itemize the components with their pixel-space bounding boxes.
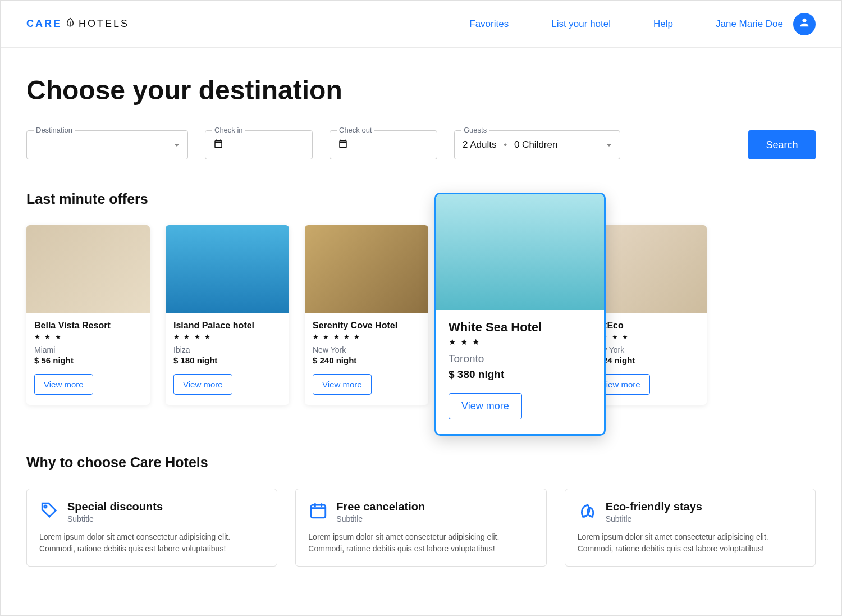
hotel-price: $ 324 night: [591, 355, 699, 365]
hotel-city: Ibiza: [173, 345, 281, 354]
star-rating: ★ ★ ★ ★: [173, 333, 281, 341]
why-card-subtitle: Subtitle: [606, 514, 702, 523]
guests-value: 2 Adults • 0 Children: [463, 139, 557, 150]
offer-card-featured[interactable]: White Sea Hotel ★ ★ ★ Toronto $ 380 nigh…: [434, 193, 606, 436]
hotel-name: LuxEco: [591, 321, 699, 331]
hotel-price: $ 380 night: [449, 368, 592, 381]
destination-label: Destination: [34, 126, 75, 134]
offers-title: Last minute offers: [26, 191, 816, 207]
hotel-name: White Sea Hotel: [449, 320, 592, 335]
star-rating: ★ ★ ★: [449, 337, 592, 347]
hotel-image: [436, 194, 604, 310]
header: CARE HOTELS Favorites List your hotel He…: [1, 1, 841, 48]
hotel-name: Island Palace hotel: [173, 321, 281, 331]
leaf-icon: [578, 500, 598, 521]
nav-help[interactable]: Help: [653, 19, 673, 30]
hotel-name: Serenity Cove Hotel: [313, 321, 420, 331]
offer-card[interactable]: Serenity Cove Hotel ★ ★ ★ ★ ★ New York $…: [305, 225, 428, 405]
checkout-field[interactable]: Check out: [330, 130, 437, 159]
hotel-price: $ 180 night: [173, 355, 281, 365]
why-card-discounts: Special discounts Subtitle Lorem ipsum d…: [26, 489, 277, 567]
hotel-image: [26, 225, 150, 313]
nav-list-hotel[interactable]: List your hotel: [551, 19, 611, 30]
why-card-cancelation: Free cancelation Subtitle Lorem ipsum do…: [295, 489, 546, 567]
guests-select[interactable]: Guests 2 Adults • 0 Children: [454, 130, 620, 159]
hotel-city: New York: [313, 345, 420, 354]
hotel-city: Toronto: [449, 353, 592, 365]
logo-hotels: HOTELS: [79, 18, 129, 30]
search-button[interactable]: Search: [748, 130, 816, 159]
destination-select[interactable]: Destination: [26, 130, 188, 159]
hotel-name: Bella Vista Resort: [34, 321, 142, 331]
why-card-title: Eco-friendly stays: [606, 500, 702, 513]
offers-row: Bella Vista Resort ★ ★ ★ Miami $ 56 nigh…: [26, 225, 816, 405]
user-name[interactable]: Jane Marie Doe: [716, 19, 783, 30]
calendar-icon: [338, 139, 348, 151]
search-form: Destination Check in Check out Guests 2 …: [26, 130, 816, 159]
chevron-down-icon: [606, 144, 612, 147]
user-block: Jane Marie Doe: [716, 13, 816, 35]
checkin-label: Check in: [212, 126, 245, 134]
why-title: Why to choose Care Hotels: [26, 454, 816, 471]
nav: Favorites List your hotel Help Jane Mari…: [469, 13, 816, 35]
why-card-subtitle: Subtitle: [67, 514, 163, 523]
person-icon: [798, 16, 811, 31]
why-card-title: Free cancelation: [336, 500, 425, 513]
logo[interactable]: CARE HOTELS: [26, 17, 129, 30]
tag-icon: [39, 500, 60, 521]
why-card-text: Lorem ipsum dolor sit amet consectetur a…: [578, 531, 803, 555]
main: Choose your destination Destination Chec…: [1, 48, 841, 589]
why-card-title: Special discounts: [67, 500, 163, 513]
offer-card[interactable]: Bella Vista Resort ★ ★ ★ Miami $ 56 nigh…: [26, 225, 150, 405]
hotel-city: Miami: [34, 345, 142, 354]
view-more-button[interactable]: View more: [173, 374, 232, 395]
leaf-icon: [65, 17, 75, 30]
svg-rect-1: [312, 505, 326, 518]
view-more-button[interactable]: View more: [34, 374, 93, 395]
avatar[interactable]: [793, 13, 816, 35]
star-rating: ★ ★ ★ ★ ★: [313, 333, 420, 341]
why-card-eco: Eco-friendly stays Subtitle Lorem ipsum …: [565, 489, 816, 567]
why-card-text: Lorem ipsum dolor sit amet consectetur a…: [308, 531, 533, 555]
hotel-image: [166, 225, 289, 313]
hotel-price: $ 240 night: [313, 355, 420, 365]
hotel-image: [305, 225, 428, 313]
hotel-city: New York: [591, 345, 699, 354]
nav-favorites[interactable]: Favorites: [469, 19, 509, 30]
why-row: Special discounts Subtitle Lorem ipsum d…: [26, 489, 816, 567]
view-more-button[interactable]: View more: [449, 393, 522, 419]
calendar-icon: [308, 500, 328, 521]
chevron-down-icon: [174, 144, 180, 147]
why-card-subtitle: Subtitle: [336, 514, 425, 523]
svg-point-0: [44, 505, 47, 508]
offer-card[interactable]: Island Palace hotel ★ ★ ★ ★ Ibiza $ 180 …: [166, 225, 289, 405]
calendar-icon: [213, 139, 223, 151]
hotel-price: $ 56 night: [34, 355, 142, 365]
checkout-label: Check out: [337, 126, 374, 134]
logo-care: CARE: [26, 18, 62, 30]
page-title: Choose your destination: [26, 75, 816, 106]
guests-label: Guests: [461, 126, 489, 134]
why-card-text: Lorem ipsum dolor sit amet consectetur a…: [39, 531, 264, 555]
star-rating: ★ ★ ★: [34, 333, 142, 341]
view-more-button[interactable]: View more: [313, 374, 372, 395]
star-rating: ★ ★ ★ ★: [591, 333, 699, 341]
checkin-field[interactable]: Check in: [205, 130, 313, 159]
